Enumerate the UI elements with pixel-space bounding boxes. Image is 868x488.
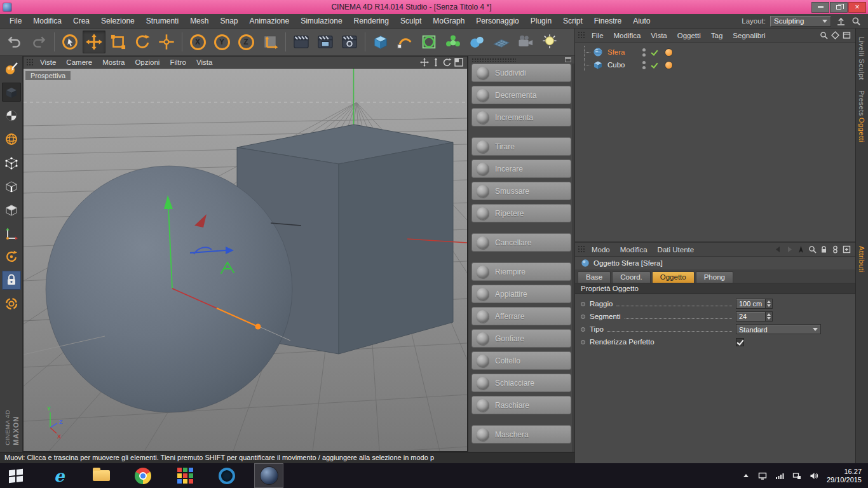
sculpt-tool-smussare[interactable]: Smussare <box>471 182 571 200</box>
texture-mode-button[interactable] <box>2 106 21 125</box>
chrome-icon[interactable] <box>128 463 158 488</box>
enabled-check-icon[interactable] <box>651 61 659 69</box>
tab-coord[interactable]: Coord. <box>612 271 651 283</box>
live-selection-tool[interactable] <box>58 30 81 53</box>
make-editable-button[interactable] <box>2 59 21 78</box>
object-name[interactable]: Cubo <box>606 61 632 69</box>
sculpt-tool-maschera[interactable]: Maschera <box>471 425 571 444</box>
om-menu-oggetti[interactable]: Oggetti <box>672 32 706 39</box>
render-settings-button[interactable] <box>338 30 361 53</box>
sculpt-tool-suddividi[interactable]: Suddividi <box>471 64 571 82</box>
menu-sculpt[interactable]: Sculpt <box>395 15 427 27</box>
tray-signal-icon[interactable] <box>775 471 784 480</box>
minimize-button[interactable] <box>811 2 829 13</box>
sculpt-tool-decrementa[interactable]: Decrementa <box>471 86 571 104</box>
tab-base[interactable]: Base <box>578 271 611 283</box>
perspective-viewport[interactable]: Viste Camere Mostra Opzioni Filtro Vista <box>23 56 468 452</box>
om-menu-file[interactable]: File <box>587 32 609 39</box>
layout-store-icon[interactable] <box>836 16 846 27</box>
coordinate-system-button[interactable] <box>259 30 281 53</box>
spinner-arrows[interactable] <box>765 312 772 321</box>
tray-volume-icon[interactable] <box>810 471 818 480</box>
sculpt-tool-ripetere[interactable]: Ripetere <box>471 204 571 222</box>
keyframe-dot[interactable] <box>581 315 585 319</box>
dock-tab-attributi[interactable]: Attributi <box>858 246 865 273</box>
menu-finestre[interactable]: Finestre <box>588 15 627 27</box>
menu-modifica[interactable]: Modifica <box>27 15 67 27</box>
object-row-sfera[interactable]: Sfera <box>575 46 855 58</box>
start-button[interactable] <box>0 463 32 488</box>
dock-tab-presets[interactable]: Presets <box>858 90 865 116</box>
viewport-canvas[interactable]: Y Z X <box>24 69 467 451</box>
undo-button[interactable] <box>3 30 26 53</box>
snap-settings-button[interactable] <box>2 294 21 313</box>
deformers-menu[interactable] <box>442 30 465 53</box>
internet-explorer-icon[interactable]: e <box>44 463 74 488</box>
cinema4d-taskbar-icon[interactable] <box>254 463 283 488</box>
last-tool-used[interactable] <box>155 30 178 53</box>
panel-menu-icon[interactable] <box>843 31 851 39</box>
om-menu-tag[interactable]: Tag <box>706 32 728 39</box>
sculpt-tool-incrementa[interactable]: Incrementa <box>471 108 571 126</box>
tab-phong[interactable]: Phong <box>696 271 733 283</box>
tray-display-icon[interactable] <box>758 471 767 480</box>
file-explorer-icon[interactable] <box>86 463 116 488</box>
panel-menu-icon[interactable] <box>565 57 571 62</box>
sculpt-tool-schiacciare[interactable]: Schiacciare <box>471 374 571 392</box>
sculpt-tool-incerare[interactable]: Incerare <box>471 159 571 178</box>
link-icon[interactable] <box>831 245 839 254</box>
om-menu-vista[interactable]: Vista <box>646 32 672 39</box>
menu-plugin[interactable]: Plugin <box>525 15 557 27</box>
renderizza-perfetto-checkbox[interactable] <box>736 338 744 346</box>
sculpt-tool-raschiare[interactable]: Raschiare <box>471 396 571 414</box>
move-tool[interactable] <box>83 30 105 53</box>
phong-tag-icon[interactable] <box>665 62 672 69</box>
scale-tool[interactable] <box>107 30 130 53</box>
panel-grip[interactable] <box>578 245 585 254</box>
object-name[interactable]: Sfera <box>606 48 632 56</box>
workplane-mode-button[interactable] <box>2 130 21 149</box>
am-menu-modo[interactable]: Modo <box>587 246 615 254</box>
segmenti-input[interactable]: 24 <box>736 311 773 322</box>
menu-selezione[interactable]: Selezione <box>95 15 140 27</box>
viewport-menu-mostra[interactable]: Mostra <box>97 58 130 66</box>
render-to-picture-viewer-button[interactable] <box>314 30 337 53</box>
history-forward-icon[interactable] <box>785 245 794 254</box>
light-menu[interactable] <box>538 30 561 53</box>
filter-icon[interactable] <box>831 31 839 39</box>
generators-menu[interactable] <box>417 30 440 53</box>
polygons-mode-button[interactable] <box>2 200 21 219</box>
search-icon[interactable] <box>851 16 862 27</box>
media-app-icon[interactable] <box>212 463 241 488</box>
lock-axis-button[interactable] <box>2 271 21 290</box>
segmenti-value[interactable]: 24 <box>736 312 765 321</box>
tray-network-icon[interactable] <box>792 471 801 480</box>
sculpt-tool-riempire[interactable]: Riempire <box>471 262 571 281</box>
layout-dropdown[interactable]: Sculpting <box>770 16 831 27</box>
menu-strumenti[interactable]: Strumenti <box>140 15 184 27</box>
panel-grip[interactable] <box>471 58 516 62</box>
keyframe-dot[interactable] <box>581 340 585 344</box>
zoom-view-icon[interactable] <box>431 58 440 67</box>
points-mode-button[interactable] <box>2 153 21 172</box>
new-panel-icon[interactable] <box>843 245 851 254</box>
menu-simulazione[interactable]: Simulazione <box>295 15 348 27</box>
tab-oggetto[interactable]: Oggetto <box>652 271 695 283</box>
menu-mesh[interactable]: Mesh <box>184 15 214 27</box>
camera-menu[interactable] <box>514 30 537 53</box>
spline-pen-menu[interactable] <box>393 30 416 53</box>
object-row-cubo[interactable]: Cubo <box>575 58 855 71</box>
rotate-tool[interactable] <box>131 30 154 53</box>
primitive-cube-menu[interactable] <box>369 30 392 53</box>
hidden-icons-chevron[interactable] <box>742 472 750 480</box>
spinner-arrows[interactable] <box>765 299 772 308</box>
model-mode-button[interactable] <box>2 83 21 102</box>
panel-grip[interactable] <box>26 58 33 67</box>
keyframe-dot[interactable] <box>581 302 585 306</box>
sculpt-tool-coltello[interactable]: Coltello <box>471 351 571 370</box>
pan-view-icon[interactable] <box>420 58 429 67</box>
visibility-dots[interactable] <box>642 48 646 57</box>
tipo-dropdown[interactable]: Standard <box>736 324 821 334</box>
raggio-value[interactable]: 100 cm <box>736 299 765 308</box>
viewport-menu-filtro[interactable]: Filtro <box>165 58 191 66</box>
